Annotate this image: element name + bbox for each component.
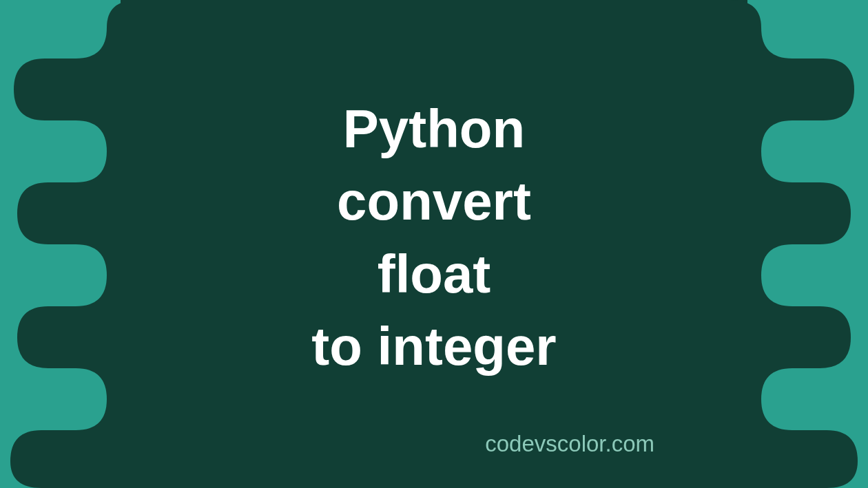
brand-label: codevscolor.com [485,431,654,457]
title-line-2: convert [0,165,868,237]
banner-container: Python convert float to integer codevsco… [0,0,868,488]
banner-title: Python convert float to integer [0,93,868,383]
title-line-1: Python [0,93,868,165]
title-line-3: float [0,238,868,310]
title-line-4: to integer [0,310,868,383]
